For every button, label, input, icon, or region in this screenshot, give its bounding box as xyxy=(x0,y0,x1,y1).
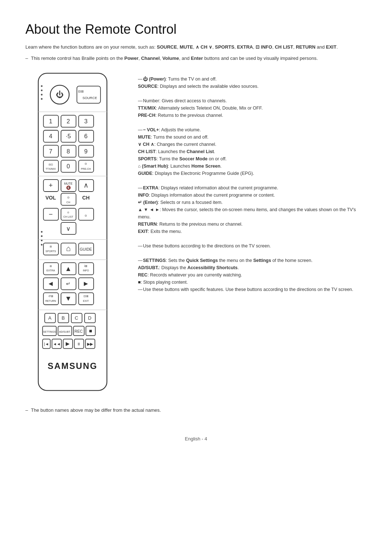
svg-text:🔇: 🔇 xyxy=(66,185,71,190)
ann-return-entry: RETURN: Returns to the previous menu or … xyxy=(138,221,367,228)
bullet-braille-text: This remote control has Braille points o… xyxy=(31,55,318,62)
ann-mute-entry: MUTE: Turns the sound on and off. xyxy=(138,134,367,141)
bullet-dash: – xyxy=(25,55,28,62)
annotation-vol: − VOL+: Adjusts the volume. MUTE: Turns … xyxy=(138,126,367,177)
svg-text:7: 7 xyxy=(49,148,52,155)
page-title: About the Remote Control xyxy=(25,22,367,37)
svg-text:⊙: ⊙ xyxy=(85,214,87,217)
ann-settings-entry: SETTINGS: Sets the Quick Settings the me… xyxy=(138,257,367,264)
footer-note: – The button names above may be differ f… xyxy=(25,407,367,414)
svg-text:►: ► xyxy=(82,280,89,287)
svg-text:9: 9 xyxy=(84,148,87,155)
svg-text:⏸: ⏸ xyxy=(77,342,81,346)
svg-text:|◄: |◄ xyxy=(44,342,49,346)
svg-text:CH LIST: CH LIST xyxy=(64,215,74,218)
svg-text:⊞: ⊞ xyxy=(50,245,52,248)
svg-point-6 xyxy=(41,235,43,237)
svg-text:↺⊞: ↺⊞ xyxy=(48,294,53,297)
svg-text:⊞: ⊞ xyxy=(50,265,52,268)
svg-text:⏻: ⏻ xyxy=(56,90,64,99)
ann-guide-entry: GUIDE: Displays the Electronic Programme… xyxy=(138,170,367,177)
svg-text:PRE-CH: PRE-CH xyxy=(81,167,91,170)
ann-chlist-entry: CH LIST: Launches the Channel List. xyxy=(138,148,367,155)
svg-text:⊙: ⊙ xyxy=(67,196,70,199)
ann-enter-entry: ↵ (Enter): Selects or runs a focused ite… xyxy=(138,199,367,206)
annotations-panel: ⏻ (Power): Turns the TV on and off. SOUR… xyxy=(131,69,367,396)
page-label: English - 4 xyxy=(185,436,207,442)
svg-text:8: 8 xyxy=(67,148,70,155)
svg-text:⊡⊞: ⊡⊞ xyxy=(83,294,89,297)
svg-text:◄: ◄ xyxy=(47,280,54,287)
svg-text:◄◄: ◄◄ xyxy=(53,342,61,346)
ann-exit-entry: EXIT: Exits the menu. xyxy=(138,228,367,235)
svg-text:SOURCE: SOURCE xyxy=(82,95,97,99)
footer-note-text: The button names above may be differ fro… xyxy=(31,407,161,414)
svg-point-7 xyxy=(41,239,43,241)
svg-text:EXTRA: EXTRA xyxy=(46,269,55,272)
svg-point-8 xyxy=(41,244,43,246)
svg-text:VOL: VOL xyxy=(45,195,56,201)
ann-media-entry: Use these buttons with specific features… xyxy=(138,286,367,293)
svg-point-3 xyxy=(41,94,43,95)
svg-point-2 xyxy=(41,89,43,91)
remote-image: ⏻ ⊟⊞ SOURCE 1 2 3 4 ·5 6 7 xyxy=(25,69,131,396)
svg-text:⊟⊞: ⊟⊞ xyxy=(78,89,84,93)
svg-text:0: 0 xyxy=(67,163,70,170)
svg-text:⊙: ⊙ xyxy=(85,162,87,165)
page-footer: English - 4 xyxy=(25,436,367,442)
ann-power-entry: ⏻ (Power): Turns the TV on and off. xyxy=(138,75,367,83)
ann-ch-entry: ∨ CH ∧: Changes the current channel. xyxy=(138,141,367,148)
svg-text:▶▶: ▶▶ xyxy=(87,342,93,346)
svg-text:■: ■ xyxy=(89,328,92,333)
svg-text:2: 2 xyxy=(67,118,70,125)
svg-text:−: − xyxy=(49,210,53,218)
ann-extra-entry: EXTRA: Displays related information abou… xyxy=(138,184,367,192)
ann-source-entry: SOURCE: Displays and selects the availab… xyxy=(138,83,367,90)
annotation-abcd: Use these buttons according to the direc… xyxy=(138,242,367,250)
svg-text:CH: CH xyxy=(82,195,89,201)
svg-rect-54 xyxy=(61,208,76,220)
ann-vol-entry: − VOL+: Adjusts the volume. xyxy=(138,126,367,134)
svg-point-5 xyxy=(41,231,43,233)
ann-ttx-entry: TTX/MIX: Alternately selects Teletext ON… xyxy=(138,104,367,112)
intro-paragraph: Learn where the function buttons are on … xyxy=(25,44,367,51)
ann-arrows-entry: ▲ ▼ ◄ ►: Moves the cursor, selects the o… xyxy=(138,206,367,221)
ann-smarthub-entry: ⌂ (Smart Hub): Launches Home Screen. xyxy=(138,163,367,170)
svg-text:D: D xyxy=(88,315,91,321)
svg-text:∨: ∨ xyxy=(66,225,70,232)
svg-text:⊙: ⊙ xyxy=(67,211,69,214)
ann-adsubt-entry: AD/SUBT.: Displays the Accessibility Sho… xyxy=(138,264,367,271)
ann-stop-entry: ■: Stops playing content. xyxy=(138,279,367,286)
svg-text:MUTE: MUTE xyxy=(64,182,73,185)
ann-rec-entry: REC: Records whatever you are currently … xyxy=(138,271,367,279)
bullet-braille: – This remote control has Braille points… xyxy=(25,55,367,62)
svg-text:i⊞: i⊞ xyxy=(84,264,87,268)
svg-text:RETURN: RETURN xyxy=(45,299,56,302)
ann-prech-entry: PRE-CH: Returns to the previous channel. xyxy=(138,112,367,119)
svg-text:TTX/MIX: TTX/MIX xyxy=(46,167,56,170)
svg-text:SETTINGS: SETTINGS xyxy=(43,330,56,333)
diagram-area: ⏻ ⊟⊞ SOURCE 1 2 3 4 ·5 6 7 xyxy=(25,69,367,396)
svg-text:A: A xyxy=(48,315,52,321)
svg-rect-33 xyxy=(44,160,58,172)
svg-text:4: 4 xyxy=(49,133,52,140)
svg-text:AD/SUBT.: AD/SUBT. xyxy=(59,330,71,333)
svg-text:REC: REC xyxy=(74,329,83,333)
annotation-settings: SETTINGS: Sets the Quick Settings the me… xyxy=(138,257,367,293)
svg-rect-12 xyxy=(77,86,101,103)
svg-text:∧: ∧ xyxy=(83,181,89,189)
svg-text:⌂: ⌂ xyxy=(66,244,71,253)
ann-sports-entry: SPORTS: Turns the Soccer Mode on or off. xyxy=(138,155,367,163)
svg-text:3: 3 xyxy=(84,118,87,125)
footer-dash: – xyxy=(25,407,28,414)
svg-text:▶: ▶ xyxy=(66,341,70,346)
svg-text:CH: CH xyxy=(66,201,70,204)
svg-text:⊟⊡: ⊟⊡ xyxy=(49,163,53,166)
ann-number-entry: Number: Gives direct access to channels. xyxy=(138,97,367,104)
svg-text:EXIT: EXIT xyxy=(83,299,89,302)
svg-text:·5: ·5 xyxy=(66,133,71,140)
ann-abcd-entry: Use these buttons according to the direc… xyxy=(138,242,367,250)
ann-info-entry: INFO: Displays information about the cur… xyxy=(138,192,367,199)
svg-point-1 xyxy=(41,85,43,87)
svg-text:B: B xyxy=(62,315,65,321)
